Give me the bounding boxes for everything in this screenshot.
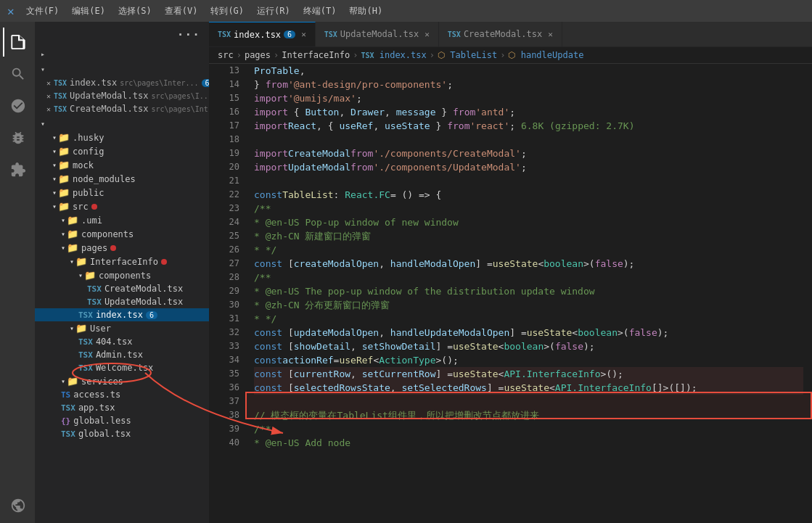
tree-item-label: InterfaceInfo <box>90 257 158 267</box>
breadcrumb-part[interactable]: ⬡ TableList <box>438 50 497 60</box>
file-item[interactable]: TSXUpdateModal.tsx <box>35 295 209 308</box>
activity-search[interactable] <box>3 59 32 88</box>
activity-extensions[interactable] <box>3 155 32 184</box>
menu-item[interactable]: 终端(T) <box>298 4 343 19</box>
folder-item[interactable]: ▾📁InterfaceInfo <box>35 255 209 268</box>
open-file-item[interactable]: ✕ TSX index.tsx src\pages\Inter... 6 <box>35 76 209 89</box>
file-item[interactable]: TSXWelcome.tsx <box>35 361 209 374</box>
menu-item[interactable]: 文件(F) <box>20 4 65 19</box>
source-control-section[interactable] <box>35 47 209 61</box>
breadcrumb-separator: › <box>500 50 505 60</box>
file-item[interactable]: {}global.less <box>35 414 209 427</box>
title-bar: ✕ 文件(F)编辑(E)选择(S)查看(V)转到(G)运行(R)终端(T)帮助(… <box>0 0 812 22</box>
tree-item-label: components <box>81 229 134 239</box>
breadcrumb-part[interactable]: InterfaceInfo <box>282 50 350 60</box>
file-item[interactable]: TSXglobal.tsx <box>35 427 209 440</box>
menu-item[interactable]: 编辑(E) <box>66 4 111 19</box>
editor-tab[interactable]: TSX UpdateModal.tsx ✕ <box>316 22 439 46</box>
tree-item-label: services <box>81 376 123 387</box>
tab-close[interactable]: ✕ <box>301 30 306 39</box>
chevron-icon: ▾ <box>52 175 57 183</box>
folder-item[interactable]: ▾📁node_modules <box>35 172 209 186</box>
file-name: UpdateModal.tsx <box>70 91 148 101</box>
project-section-title[interactable] <box>35 117 209 131</box>
menu-item[interactable]: 帮助(H) <box>343 4 388 19</box>
editor-tab[interactable]: TSX index.tsx 6 ✕ <box>209 22 316 46</box>
activity-git[interactable] <box>3 91 32 120</box>
folder-item[interactable]: ▾📁mock <box>35 158 209 172</box>
folder-item[interactable]: ▾📁.husky <box>35 131 209 144</box>
activity-remote[interactable] <box>3 491 32 520</box>
folder-item[interactable]: ▾📁.umi <box>35 213 209 227</box>
folder-item[interactable]: ▾📁User <box>35 321 209 335</box>
code-line: const actionRef = useRef<ActionType>(); <box>254 353 803 367</box>
open-file-item[interactable]: ✕ TSX CreateModal.tsx src\pages\Int... <box>35 102 209 115</box>
activity-explorer[interactable] <box>3 28 32 57</box>
file-path: src\pages\Int... <box>151 105 209 113</box>
chevron-icon: ▾ <box>52 202 57 210</box>
line-number: 28 <box>215 271 239 284</box>
source-control-chevron <box>41 50 46 58</box>
code-line: import CreateModal from './components/Cr… <box>254 147 803 160</box>
line-number: 39 <box>215 422 239 436</box>
code-line: // 模态框的变量在TableList组件里，所以把增删改节点都放进来 <box>254 408 803 422</box>
line-number: 34 <box>215 353 239 367</box>
more-actions-icon[interactable]: ··· <box>177 28 200 41</box>
tree-item-label: public <box>73 188 104 198</box>
breadcrumb-separator: › <box>237 50 242 60</box>
folder-item[interactable]: ▾📁components <box>35 227 209 241</box>
activity-debug[interactable] <box>3 123 32 152</box>
open-editors-title[interactable] <box>35 62 209 76</box>
file-item[interactable]: TSX404.tsx <box>35 335 209 348</box>
code-line <box>254 395 803 408</box>
breadcrumb-part[interactable]: TSX index.tsx <box>361 50 426 60</box>
folder-item[interactable]: ▾📁public <box>35 186 209 199</box>
tsx-icon: TSX <box>78 337 93 347</box>
tab-close[interactable]: ✕ <box>548 30 553 39</box>
tsx-icon: TSX <box>78 350 93 360</box>
line-number: 24 <box>215 215 239 229</box>
folder-item[interactable]: ▾📁components <box>35 268 209 282</box>
breadcrumb-part[interactable]: src <box>218 50 234 60</box>
folder-icon: 📁 <box>58 187 70 198</box>
folder-item[interactable]: ▾📁config <box>35 144 209 158</box>
file-item[interactable]: TSaccess.ts <box>35 388 209 401</box>
tab-file-icon: TSX <box>448 30 461 38</box>
folder-icon: 📁 <box>58 160 70 170</box>
file-item[interactable]: TSXapp.tsx <box>35 401 209 414</box>
chevron-icon: ▾ <box>52 161 57 169</box>
tree-item-label: 404.tsx <box>96 337 133 347</box>
breadcrumb-part[interactable]: pages <box>245 50 271 60</box>
line-number: 18 <box>215 133 239 147</box>
code-editor: 1314151617181920212223242526272829303132… <box>209 64 812 523</box>
open-file-item[interactable]: ✕ TSX UpdateModal.tsx src\pages\I... <box>35 89 209 102</box>
breadcrumb-part[interactable]: ⬡ handleUpdate <box>508 50 583 60</box>
close-btn[interactable]: ✕ <box>46 79 51 87</box>
file-item[interactable]: TSXCreateModal.tsx <box>35 282 209 295</box>
file-item[interactable]: TSXindex.tsx6 <box>35 308 209 321</box>
folder-item[interactable]: ▾📁services <box>35 374 209 388</box>
ts-icon: TS <box>61 390 70 400</box>
menu-item[interactable]: 选择(S) <box>112 4 157 19</box>
close-btn[interactable]: ✕ <box>46 92 51 100</box>
menu-item[interactable]: 查看(V) <box>159 4 204 19</box>
tab-close[interactable]: ✕ <box>425 30 430 39</box>
close-btn[interactable]: ✕ <box>46 105 51 113</box>
code-content[interactable]: ProTable,} from '@ant-design/pro-compone… <box>245 64 812 523</box>
code-line: const TableList: React.FC = () => { <box>254 188 803 202</box>
folder-item[interactable]: ▾📁pages <box>35 241 209 255</box>
menu-item[interactable]: 转到(G) <box>205 4 250 19</box>
code-line: /** <box>254 271 803 284</box>
editor-tab[interactable]: TSX CreateModal.tsx ✕ <box>439 22 562 46</box>
menu-item[interactable]: 运行(R) <box>251 4 296 19</box>
line-number: 38 <box>215 408 239 422</box>
tree-item-label: global.tsx <box>78 429 131 439</box>
code-line <box>254 174 803 188</box>
folder-item[interactable]: ▾📁src <box>35 199 209 213</box>
line-number: 15 <box>215 91 239 105</box>
code-line: import UpdateModal from './components/Up… <box>254 160 803 174</box>
menu-bar[interactable]: 文件(F)编辑(E)选择(S)查看(V)转到(G)运行(R)终端(T)帮助(H) <box>20 4 389 19</box>
tree-item-label: CreateModal.tsx <box>104 284 183 294</box>
code-line: import React, { useRef, useState } from … <box>254 119 803 133</box>
file-item[interactable]: TSXAdmin.tsx <box>35 348 209 361</box>
